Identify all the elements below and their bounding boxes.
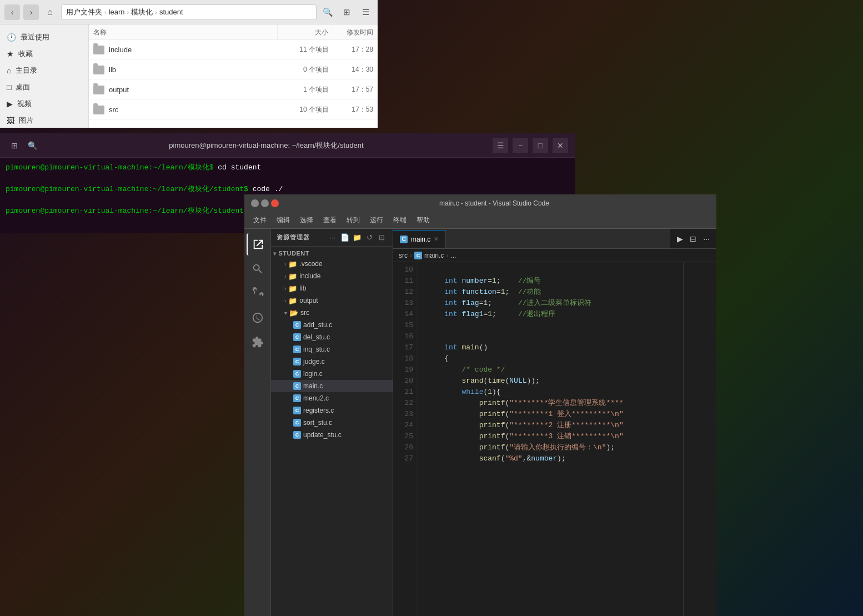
sidebar-item-desktop[interactable]: □ 桌面: [0, 79, 88, 96]
terminal-menu-button[interactable]: ☰: [493, 138, 508, 153]
line-num-15: 15: [393, 320, 418, 331]
code-line-16: [427, 331, 674, 342]
bread-sep-2: ›: [446, 252, 448, 259]
terminal-minimize-button[interactable]: −: [513, 138, 528, 153]
sidebar-new-file-button[interactable]: 📄: [339, 232, 350, 243]
tab-main-label: main.c: [411, 236, 430, 243]
activity-source-control-button[interactable]: [247, 282, 269, 304]
fm-home-button[interactable]: ⌂: [42, 4, 58, 20]
line-num-16: 16: [393, 331, 418, 342]
menu-view[interactable]: 查看: [319, 213, 341, 227]
tree-item-vscode-folder[interactable]: › 📁 .vscode: [271, 258, 393, 270]
fm-cell-date-lib: 14：30: [333, 65, 378, 74]
tree-item-del-stu[interactable]: C del_stu.c: [271, 331, 393, 343]
terminal-close-button[interactable]: ✕: [553, 138, 568, 153]
bread-dots[interactable]: ...: [450, 252, 456, 259]
terminal-search-button[interactable]: 🔍: [24, 138, 40, 153]
terminal-title: pimouren@pimouren-virtual-machine: ~/lea…: [40, 141, 493, 151]
fm-row-include[interactable]: include 11 个项目 17：28: [89, 40, 378, 60]
sidebar-item-pictures[interactable]: 🖼 图片: [0, 112, 88, 129]
menu-selection[interactable]: 选择: [295, 213, 318, 227]
sidebar-collapse-button[interactable]: ⊡: [376, 232, 387, 243]
file-manager-window: ‹ › ⌂ 用户文件夹 › learn › 模块化 › student 🔍 ⊞ …: [0, 0, 378, 128]
include-folder-chevron: ›: [284, 273, 286, 279]
tree-item-menu2[interactable]: C menu2.c: [271, 392, 393, 404]
more-actions-button[interactable]: ···: [701, 232, 712, 246]
fm-back-button[interactable]: ‹: [4, 4, 20, 20]
fm-cell-name-src: src: [89, 106, 278, 114]
tree-item-registers[interactable]: C registers.c: [271, 404, 393, 417]
bread-main-c[interactable]: C main.c: [414, 252, 444, 259]
line-num-11: 11: [393, 276, 418, 287]
c-file-icon-inq: C: [293, 345, 301, 353]
terminal-icon-button[interactable]: ⊞: [7, 138, 22, 153]
vscode-sidebar: 资源管理器 ··· 📄 📁 ↺ ⊡ ▾ STUDENT › 📁 .vsc: [271, 229, 393, 616]
code-line-11: int number=1; //编号: [427, 276, 674, 287]
favorites-icon: ★: [7, 49, 14, 58]
split-editor-button[interactable]: ⊟: [688, 232, 699, 246]
sidebar-new-folder-button[interactable]: 📁: [352, 232, 363, 243]
vscode-breadcrumb: src › C main.c › ...: [393, 249, 716, 262]
sidebar-item-favorites-label: 收藏: [18, 49, 33, 59]
tree-item-judge[interactable]: C judge.c: [271, 355, 393, 368]
fm-search-button[interactable]: 🔍: [320, 4, 335, 20]
tree-login-label: login.c: [303, 370, 323, 378]
vscode-minimize-button[interactable]: [251, 199, 259, 207]
vscode-close-button[interactable]: [271, 199, 279, 207]
sidebar-refresh-button[interactable]: ↺: [364, 232, 375, 243]
tab-main-c[interactable]: C main.c ✕: [393, 230, 446, 248]
sidebar-item-home-label: 主目录: [16, 66, 37, 76]
output-folder-chevron: ›: [284, 298, 286, 304]
menu-file[interactable]: 文件: [249, 213, 271, 227]
activity-search-button[interactable]: [247, 258, 269, 280]
sidebar-item-favorites[interactable]: ★ 收藏: [0, 46, 88, 62]
tree-src-label: src: [300, 309, 309, 317]
tree-item-add-stu[interactable]: C add_stu.c: [271, 319, 393, 331]
menu-edit[interactable]: 编辑: [272, 213, 294, 227]
sidebar-item-home[interactable]: ⌂ 主目录: [0, 62, 88, 79]
tree-add-stu-label: add_stu.c: [303, 321, 332, 329]
fm-cell-name-output: output: [89, 86, 278, 94]
code-line-10: [427, 264, 674, 276]
tree-item-update-stu[interactable]: C update_stu.c: [271, 429, 393, 441]
tree-item-main[interactable]: C main.c: [271, 380, 393, 392]
fm-row-output[interactable]: output 1 个项目 17：57: [89, 80, 378, 100]
tree-item-include-folder[interactable]: › 📁 include: [271, 270, 393, 282]
sidebar-more-button[interactable]: ···: [327, 232, 338, 243]
fm-menu-button[interactable]: ☰: [358, 4, 373, 20]
line-num-22: 22: [393, 398, 418, 409]
menu-run[interactable]: 运行: [365, 213, 388, 227]
line-num-23: 23: [393, 409, 418, 420]
fm-folder-name-include: include: [109, 46, 132, 54]
tree-item-src-folder[interactable]: ▾ 📂 src: [271, 307, 393, 319]
tree-item-login[interactable]: C login.c: [271, 368, 393, 380]
activity-extensions-button[interactable]: [247, 331, 269, 353]
fm-forward-button[interactable]: ›: [23, 4, 39, 20]
fm-grid-button[interactable]: ⊞: [339, 4, 354, 20]
activity-debug-button[interactable]: [247, 307, 269, 329]
vscode-maximize-button[interactable]: [261, 199, 269, 207]
sidebar-item-videos[interactable]: ▶ 视频: [0, 96, 88, 112]
fm-row-src[interactable]: src 10 个项目 17：53: [89, 100, 378, 120]
tree-root-section[interactable]: ▾ STUDENT: [271, 249, 393, 258]
activity-explorer-button[interactable]: [247, 233, 269, 256]
tree-sort-stu-label: sort_stu.c: [303, 419, 332, 427]
col-date-header: 修改时间: [333, 24, 378, 39]
terminal-maximize-button[interactable]: □: [533, 138, 548, 153]
menu-help[interactable]: 帮助: [412, 213, 434, 227]
tree-item-output-folder[interactable]: › 📁 output: [271, 294, 393, 307]
bread-src[interactable]: src: [399, 252, 408, 259]
tree-item-inq-stu[interactable]: C inq_stu.c: [271, 343, 393, 355]
menu-goto[interactable]: 转到: [342, 213, 364, 227]
vscode-window: main.c - student - Visual Studio Code 文件…: [244, 194, 716, 616]
tree-registers-label: registers.c: [303, 407, 334, 414]
menu-terminal[interactable]: 终端: [389, 213, 411, 227]
sidebar-item-recent[interactable]: 🕐 最近使用: [0, 29, 88, 46]
run-button[interactable]: ▶: [675, 232, 685, 246]
folder-icon-include: [93, 46, 104, 54]
fm-row-lib[interactable]: lib 0 个项目 14：30: [89, 60, 378, 80]
vscode-code-content[interactable]: int number=1; //编号 int function=1; //功能 …: [418, 262, 683, 616]
tree-item-sort-stu[interactable]: C sort_stu.c: [271, 417, 393, 429]
tree-item-lib-folder[interactable]: › 📁 lib: [271, 282, 393, 294]
tab-close-button[interactable]: ✕: [434, 236, 439, 243]
